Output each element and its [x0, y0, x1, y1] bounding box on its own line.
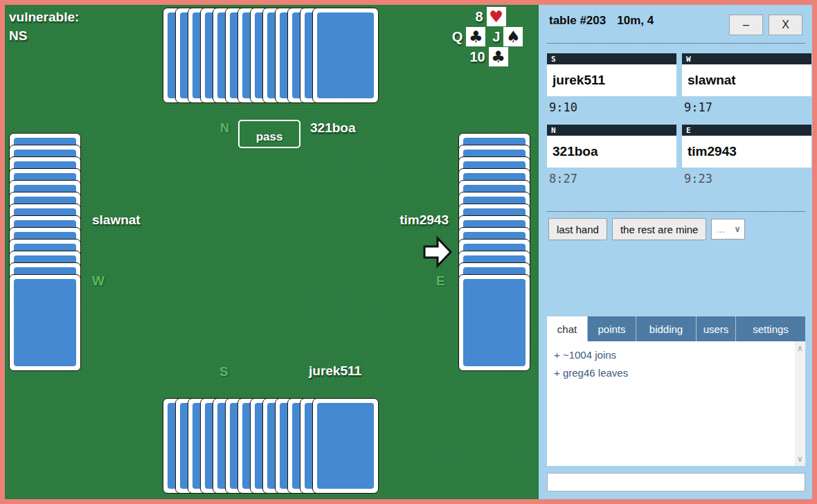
card-back [458, 274, 530, 371]
south-hand [163, 398, 379, 494]
seat-player-name: 321boa [547, 136, 676, 168]
seat-player-name: slawnat [682, 64, 811, 96]
app-frame: vulnerable: NS N pass 321boa slawnat W t… [0, 0, 817, 504]
turn-arrow-icon [422, 233, 453, 271]
chat-scrollbar[interactable]: ∧ ∨ [795, 341, 805, 466]
close-button[interactable]: X [769, 15, 802, 35]
spade-suit-icon: ♠ [506, 29, 521, 45]
dotted-divider [547, 43, 805, 44]
more-options-select[interactable]: ... ∨ [711, 219, 745, 240]
south-direction-label: S [219, 364, 228, 379]
card-back [312, 8, 379, 103]
more-options-value: ... [717, 226, 725, 233]
trick-bottom-rank: 10 [469, 49, 485, 65]
trick-right-card: ♠ [503, 27, 523, 46]
chat-panel: + ~1004 joins+ greg46 leaves ∧ ∨ [547, 341, 805, 466]
card-back [312, 398, 379, 494]
east-hand [458, 133, 530, 371]
panel-title: table #20310m, 4 [549, 14, 654, 28]
game-table: vulnerable: NS N pass 321boa slawnat W t… [5, 5, 539, 499]
trick-left-rank: Q [452, 29, 463, 45]
action-buttons-row: last hand the rest are mine ... ∨ [548, 218, 745, 240]
table-info: 10m, 4 [617, 14, 654, 27]
vulnerable-label: vulnerable: [9, 8, 79, 26]
last-hand-button[interactable]: last hand [548, 218, 607, 240]
chat-message: + ~1004 joins [554, 346, 795, 364]
trick-bottom: 10 ♣ [451, 47, 526, 66]
trick-top: 8 ♥ [455, 7, 526, 26]
seat-timer: 8:27 [547, 172, 676, 186]
chat-input[interactable] [547, 473, 805, 492]
vulnerable-value: NS [9, 26, 79, 45]
seat-card-west: W slawnat 9:17 [682, 53, 811, 114]
seat-letter: E [682, 125, 811, 136]
table-panel: table #20310m, 4 – X S jurek511 9:10 W s… [539, 5, 812, 499]
tab-points[interactable]: points [587, 316, 636, 341]
vulnerable-indicator: vulnerable: NS [9, 8, 79, 45]
heart-suit-icon: ♥ [489, 9, 503, 25]
north-direction-label: N [220, 121, 229, 136]
tab-users[interactable]: users [696, 316, 735, 341]
table-number: table #203 [549, 14, 606, 27]
seat-timer: 9:17 [682, 100, 811, 114]
rest-are-mine-button[interactable]: the rest are mine [612, 218, 707, 240]
west-direction-label: W [92, 273, 105, 289]
seat-player-name: jurek511 [547, 64, 676, 96]
seat-letter: S [547, 53, 676, 64]
north-player-name: 321boa [310, 120, 355, 136]
seat-card-north: N 321boa 8:27 [547, 125, 676, 186]
trick-middle: Q ♣ J ♠ [449, 27, 526, 46]
trick-top-card: ♥ [487, 7, 506, 26]
current-trick: 8 ♥ Q ♣ J ♠ 10 ♣ [449, 7, 526, 67]
club-suit-icon: ♣ [469, 29, 483, 45]
south-player-name: jurek511 [309, 363, 361, 379]
seat-letter: N [547, 125, 676, 136]
tab-chat[interactable]: chat [547, 316, 587, 341]
chevron-down-icon: ∨ [735, 224, 741, 234]
panel-tabs: chat points bidding users settings [547, 316, 805, 341]
trick-bottom-card: ♣ [489, 47, 508, 66]
tab-settings[interactable]: settings [735, 316, 805, 341]
north-bid-bubble: pass [238, 120, 300, 148]
east-direction-label: E [436, 273, 445, 289]
scroll-down-icon[interactable]: ∨ [795, 453, 805, 465]
chat-message: + greg46 leaves [554, 364, 795, 382]
scroll-up-icon[interactable]: ∧ [795, 343, 805, 354]
west-hand [9, 133, 81, 371]
dotted-divider [547, 211, 805, 212]
seat-letter: W [682, 53, 811, 64]
trick-left-card: ♣ [466, 27, 485, 46]
trick-top-rank: 8 [475, 9, 483, 25]
seat-player-name: tim2943 [682, 136, 811, 168]
bid-text: pass [256, 130, 283, 144]
trick-right-rank: J [492, 29, 500, 45]
east-player-name: tim2943 [399, 213, 449, 228]
seat-card-east: E tim2943 9:23 [682, 125, 811, 186]
tab-bidding[interactable]: bidding [636, 316, 696, 341]
minimize-button[interactable]: – [729, 15, 763, 35]
seats-grid: S jurek511 9:10 W slawnat 9:17 N 321boa … [547, 53, 811, 186]
north-hand [163, 8, 379, 103]
card-back [9, 274, 81, 371]
seat-card-south: S jurek511 9:10 [547, 53, 676, 114]
club-suit-icon: ♣ [491, 49, 505, 65]
chat-message-list: + ~1004 joins+ greg46 leaves [547, 341, 795, 466]
seat-timer: 9:23 [682, 172, 811, 186]
seat-timer: 9:10 [547, 100, 676, 114]
west-player-name: slawnat [92, 213, 141, 228]
